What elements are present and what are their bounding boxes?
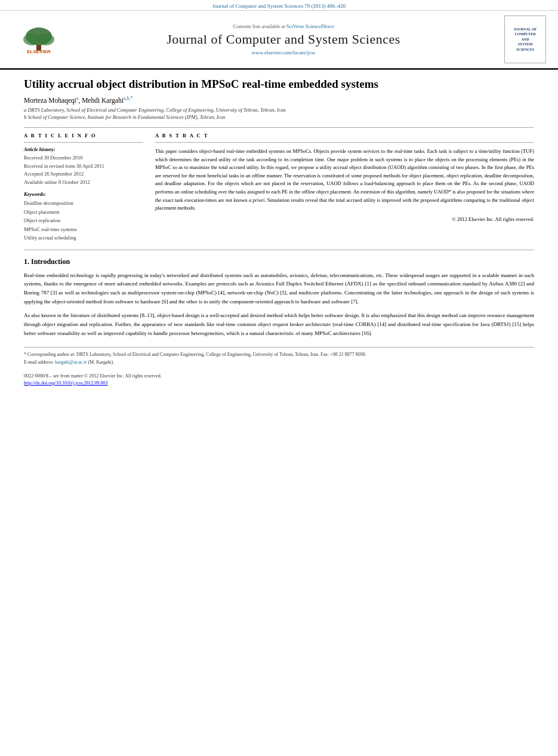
svg-text:ELSEVIER: ELSEVIER [27,49,51,54]
intro-heading: 1. Introduction [24,257,534,266]
sciverse-link[interactable]: SciVerse ScienceDirect [286,23,334,29]
two-col-section: A R T I C L E I N F O Article history: R… [24,127,534,242]
footnote-divider [24,347,534,348]
keyword-5: Utility accrual scheduling [24,233,143,242]
section-number: 1. [24,257,29,266]
journal-logo-box: JOURNAL OFCOMPUTERANDSYSTEMSCIENCES [504,16,546,63]
journal-title: Journal of Computer and System Sciences [72,32,495,47]
abstract-column: A B S T R A C T This paper considers obj… [155,133,534,242]
svg-point-1 [23,33,40,45]
section-title: Introduction [31,257,70,266]
abstract-text: This paper considers object-based real-t… [155,147,534,213]
elsevier-tree-logo: ELSEVIER [15,24,63,54]
sciverse-line: Contents lists available at SciVerse Sci… [72,23,495,29]
authors-line: Morteza Mohaqeqia, Mehdi Kargahia,b,* [24,96,534,104]
article-info-header: A R T I C L E I N F O [24,133,143,139]
keyword-3: Object replication [24,216,143,225]
elsevier-logo-area: ELSEVIER [12,24,66,54]
issn-text: 0022-0000/$ – see front matter © 2012 El… [24,373,162,380]
keywords-label: Keywords: [24,191,143,197]
journal-header: ELSEVIER Contents lists available at Sci… [0,11,558,70]
journal-logo-right: JOURNAL OFCOMPUTERANDSYSTEMSCIENCES [501,16,546,63]
footnote-email: E-mail address: kargahi@ut.ac.ir (M. Kar… [24,359,534,367]
intro-paragraph-2: As also known in the literature of distr… [24,311,534,338]
journal-url: www.elsevier.com/locate/jcss [72,50,495,56]
journal-top-bar: Journal of Computer and System Sciences … [0,0,558,11]
keyword-1: Deadline decomposition [24,199,143,207]
paper-content: Utility accrual object distribution in M… [0,70,558,398]
email-link[interactable]: kargahi@ut.ac.ir [55,359,87,365]
journal-citation: Journal of Computer and System Sciences … [212,3,346,9]
issn-block: 0022-0000/$ – see front matter © 2012 El… [24,373,162,386]
keyword-4: MPSoC real-time systems [24,225,143,233]
affiliation-b: b School of Computer Science, Institute … [24,113,534,121]
affiliation-a: a DRTS Laboratory, School of Electrical … [24,106,534,114]
author-2-sup: a,b,* [124,96,133,101]
doi-anchor[interactable]: http://dx.doi.org/10.1016/j.jcss.2012.09… [24,380,108,386]
svg-point-2 [38,33,54,45]
footnote-star: * Corresponding author at: DRTS Laborato… [24,351,534,359]
keyword-2: Object placement [24,208,143,216]
intro-paragraph-1: Real-time embedded technology is rapidly… [24,271,534,306]
body-divider [24,250,534,250]
affiliations: a DRTS Laboratory, School of Electrical … [24,106,534,122]
available-online-date: Available online 8 October 2012 [24,179,143,187]
paper-title: Utility accrual object distribution in M… [24,77,534,92]
author-1-name: Morteza Mohaqeqi [24,97,76,104]
accepted-date: Accepted 26 September 2012 [24,170,143,179]
doi-link: http://dx.doi.org/10.1016/j.jcss.2012.09… [24,380,162,386]
author-sep: , Mehdi Kargahi [78,97,123,104]
journal-title-area: Contents lists available at SciVerse Sci… [72,23,495,56]
received-date: Received 30 December 2010 [24,154,143,162]
history-label: Article history: [24,146,143,152]
revised-date: Received in revised form 30 April 2011 [24,162,143,171]
bottom-bar: 0022-0000/$ – see front matter © 2012 El… [24,373,534,386]
abstract-header: A B S T R A C T [155,133,534,139]
abstract-italic: a priori [249,197,264,203]
abstract-body: This paper considers object-based real-t… [155,148,534,203]
article-info-column: A R T I C L E I N F O Article history: R… [24,133,143,242]
copyright-line: © 2012 Elsevier Inc. All rights reserved… [155,216,534,222]
